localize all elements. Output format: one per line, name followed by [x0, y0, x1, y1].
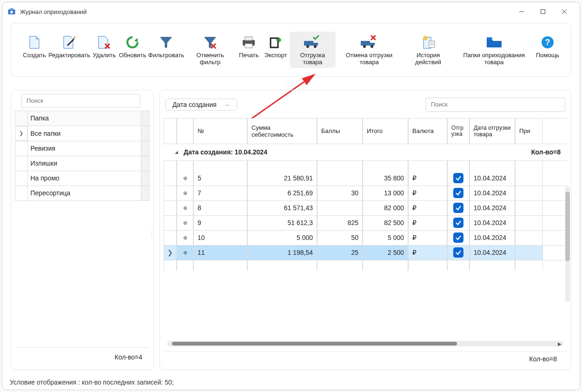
ship-goods-button[interactable]: Отгрузка товара	[290, 32, 335, 68]
cancel-ship-label: Отмена отгрузки товара	[338, 52, 400, 66]
col-total[interactable]: Итого	[363, 119, 408, 144]
col-currency[interactable]: Валюта	[408, 119, 447, 144]
history-icon	[421, 34, 436, 50]
horizontal-splitter[interactable]: ·····	[11, 83, 571, 88]
svg-point-25	[363, 45, 366, 48]
cancel-filter-label: Отменить фильтр	[187, 52, 233, 66]
svg-rect-23	[361, 41, 370, 46]
folders-label: Папки оприходования товара	[456, 52, 532, 66]
history-label: История действий	[405, 52, 452, 66]
close-button[interactable]	[554, 4, 575, 19]
folders-table: Папка ❯Все папки Ревизия Излишки На пром…	[15, 111, 150, 201]
page-edit-icon	[62, 34, 77, 50]
data-grid: № Сумма себестоимость Баллы Итого Валюта…	[164, 118, 567, 337]
col-ship[interactable]: Отгр узка	[447, 119, 470, 144]
col-cost[interactable]: Сумма себестоимость	[247, 119, 317, 144]
window-title: Журнал оприходований	[20, 8, 511, 15]
folders-panel: Папка ❯Все папки Ревизия Излишки На пром…	[11, 90, 154, 370]
expand-icon[interactable]: ⊕	[177, 246, 193, 260]
horizontal-scrollbar[interactable]: ▶	[167, 341, 563, 346]
expand-icon[interactable]: ⊕	[177, 216, 193, 230]
table-row[interactable]: ⊕105 000505 000₽10.04.2024	[164, 231, 567, 246]
window-controls	[511, 4, 575, 19]
folder-header[interactable]: Папка	[27, 111, 141, 126]
col-ship-date[interactable]: Дата отгрузки товара	[470, 119, 515, 144]
folder-row[interactable]: Излишки	[15, 156, 150, 171]
folder-row[interactable]: ❯Все папки	[15, 126, 150, 141]
ship-checkbox[interactable]	[453, 218, 463, 228]
col-note[interactable]: При	[515, 119, 543, 144]
folder-row[interactable]: На промо	[15, 171, 150, 186]
refresh-button[interactable]: Обновить	[118, 32, 147, 68]
page-add-icon	[27, 34, 42, 50]
cancel-ship-button[interactable]: Отмена отгрузки товара	[337, 32, 402, 68]
app-icon	[7, 7, 16, 16]
help-button[interactable]: ? Помощь	[535, 32, 561, 68]
svg-point-21	[306, 45, 309, 48]
svg-rect-3	[541, 10, 545, 14]
export-icon	[269, 34, 283, 50]
folder-icon	[486, 34, 503, 50]
table-row[interactable]: ❯⊕111 198,54252 500₽10.04.2024	[164, 246, 567, 260]
svg-text:?: ?	[545, 38, 550, 47]
create-button[interactable]: Создать	[21, 32, 47, 68]
history-button[interactable]: История действий	[403, 32, 454, 68]
svg-rect-17	[245, 44, 252, 48]
status-bar: Условие отображения : кол-во последних з…	[2, 376, 580, 390]
ship-goods-label: Отгрузка товара	[291, 52, 333, 66]
minimize-button[interactable]	[511, 4, 532, 19]
records-search-input[interactable]	[426, 98, 565, 112]
svg-rect-31	[429, 41, 435, 47]
content-area: Создать Редактировать Удалить Обновить Ф…	[2, 21, 580, 376]
vertical-splitter[interactable]: ····	[150, 230, 154, 238]
table-row[interactable]: ⊕951 612,382582 500₽10.04.2024	[164, 216, 567, 231]
svg-rect-20	[313, 43, 318, 46]
delete-button[interactable]: Удалить	[91, 32, 117, 68]
folders-footer: Кол-во=4	[15, 347, 150, 366]
edit-button[interactable]: Редактировать	[48, 32, 90, 68]
table-row[interactable]: ⊕521 580,9135 800₽10.04.2024	[164, 171, 567, 186]
export-button[interactable]: Экспорт	[263, 32, 289, 68]
expand-icon[interactable]: ⊕	[177, 171, 193, 186]
svg-rect-16	[245, 37, 252, 40]
page-delete-icon	[97, 34, 112, 50]
svg-point-26	[370, 45, 373, 48]
table-row[interactable]: ⊕861 571,4382 000₽10.04.2024	[164, 201, 567, 216]
records-footer: Кол-во=8	[164, 351, 567, 366]
help-icon: ?	[541, 34, 555, 50]
expand-icon[interactable]: ⊕	[177, 186, 193, 200]
svg-rect-24	[370, 43, 375, 46]
maximize-button[interactable]	[532, 4, 554, 19]
folder-row[interactable]: Ревизия	[15, 141, 150, 156]
spacer-row	[164, 260, 567, 271]
ship-checkbox[interactable]	[453, 173, 463, 183]
expand-icon[interactable]: ⊕	[177, 231, 193, 245]
folders-search-input[interactable]	[21, 94, 140, 108]
expand-icon[interactable]: ⊕	[177, 201, 193, 215]
ship-checkbox[interactable]	[453, 247, 463, 258]
svg-marker-11	[160, 37, 172, 47]
col-points[interactable]: Баллы	[317, 119, 363, 144]
cancel-filter-button[interactable]: Отменить фильтр	[185, 32, 235, 68]
truck-check-icon	[303, 34, 322, 50]
folder-row[interactable]: Пересортица	[15, 186, 150, 200]
ship-checkbox[interactable]	[453, 188, 463, 198]
ship-checkbox[interactable]	[453, 233, 463, 243]
folders-button[interactable]: Папки оприходования товара	[454, 32, 534, 68]
titlebar: Журнал оприходований	[2, 2, 580, 21]
funnel-icon	[159, 34, 173, 50]
grouping-chip[interactable]: Дата создания︿	[165, 99, 237, 111]
group-header[interactable]: ◢ Дата создания: 10.04.2024 Кол-во=8	[164, 144, 567, 161]
ship-checkbox[interactable]	[453, 203, 463, 213]
vertical-scrollbar[interactable]	[565, 186, 570, 302]
table-row[interactable]: ⊕76 251,693013 000₽10.04.2024	[164, 186, 567, 201]
filter-button[interactable]: Фильтровать	[148, 32, 185, 68]
col-number[interactable]: №	[193, 119, 247, 144]
print-button[interactable]: Печать	[236, 32, 262, 68]
collapse-icon: ◢	[175, 150, 178, 154]
svg-marker-10	[134, 38, 138, 42]
funnel-cancel-icon	[203, 34, 218, 50]
app-window: Журнал оприходований Создать Редактирова…	[2, 2, 580, 390]
truck-cancel-icon	[360, 34, 378, 50]
chevron-up-icon: ︿	[225, 101, 230, 108]
